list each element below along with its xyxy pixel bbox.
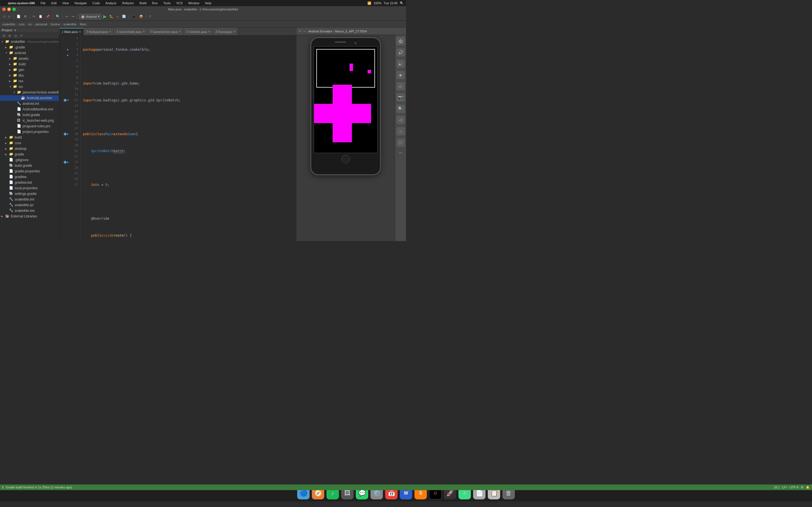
help-btn[interactable]: ? — [148, 13, 152, 20]
emulator-eraser-button[interactable]: ◇ — [397, 82, 405, 90]
fold-arrow-icon[interactable]: ▶ — [67, 52, 69, 58]
menu-analyze[interactable]: Analyze — [104, 1, 117, 5]
emulator-power-button[interactable]: ⏻ — [397, 37, 405, 45]
tree-snakelble-iml[interactable]: 🔧 snakelble.iml — [0, 196, 59, 202]
debug-breakpoint-icon[interactable] — [64, 99, 66, 102]
fold-arrow-icon[interactable]: ▶ — [67, 47, 69, 52]
refresh-btn[interactable]: ↺ — [19, 34, 23, 38]
recent-files-btn[interactable]: 📄 — [15, 13, 22, 20]
menu-build[interactable]: Build — [139, 1, 147, 5]
code-editor[interactable]: ▶ ▶ ▼ — [59, 36, 296, 241]
tree-proguard[interactable]: 📄 proguard-rules.pro — [0, 123, 59, 129]
tree-build2[interactable]: ▶ 📁 build — [0, 135, 59, 140]
sdk-btn[interactable]: 📦 — [138, 13, 144, 20]
tree-res[interactable]: ▶ 📁 res — [0, 78, 59, 84]
emulator-screenshot-button[interactable]: 📷 — [397, 94, 405, 101]
menu-file[interactable]: File — [40, 1, 47, 5]
phone-home-button[interactable] — [342, 155, 350, 163]
tree-androidmanifest[interactable]: 📄 AndroidManifest.xml — [0, 107, 59, 112]
bc-main[interactable]: Main — [80, 22, 87, 26]
tab-main-java[interactable]: J Main.java ✕ — [59, 28, 84, 35]
emulator-zoom-button[interactable]: 🔍 — [397, 105, 405, 113]
tree-gradlew-bat[interactable]: 📄 gradlew.bat — [0, 180, 59, 185]
fold-arrow-icon[interactable]: ▶ — [67, 159, 69, 165]
menu-navigate[interactable]: Navigate — [73, 1, 88, 5]
redo-btn[interactable]: ↪ — [70, 13, 75, 20]
tree-personal[interactable]: ▼ 📁 personal.fondue.snakelble — [0, 90, 59, 95]
bc-src[interactable]: src — [28, 22, 32, 26]
bc-fondue[interactable]: fondue — [50, 22, 60, 26]
app-name[interactable]: qemu-system-i386 — [7, 1, 36, 5]
emulator-more-button[interactable]: ••• — [398, 150, 403, 156]
tab-close-icon[interactable]: ✕ — [79, 30, 81, 34]
tree-build1[interactable]: ▶ 📁 build — [0, 61, 59, 67]
emulator-home-button[interactable]: ○ — [397, 127, 405, 135]
tree-project-props[interactable]: 📄 project.properties — [0, 129, 59, 135]
emulator-volume-up-button[interactable]: 🔊 — [397, 48, 405, 56]
tab-close-icon[interactable]: ✕ — [208, 30, 210, 34]
tree-gradle-props[interactable]: 📄 gradle.properties — [0, 168, 59, 174]
sync-btn[interactable]: 🔄 — [121, 13, 127, 20]
tab-close-icon[interactable]: ✕ — [179, 30, 181, 34]
tree-android[interactable]: ▼ 📁 android — [0, 50, 59, 56]
debug-breakpoint-icon[interactable] — [64, 161, 66, 164]
tree-core[interactable]: ▶ 📁 core — [0, 140, 59, 146]
tree-snakelble-iws[interactable]: 🔧 snakelble.iws — [0, 208, 59, 214]
emulator-volume-down-button[interactable]: 🔉 — [397, 60, 405, 68]
emulator-minimize-icon[interactable]: ─ — [304, 29, 306, 33]
tree-desktop[interactable]: ▶ 📁 desktop — [0, 146, 59, 152]
tree-assets[interactable]: ▶ 📁 assets — [0, 56, 59, 61]
tab-bodypart-java[interactable]: J Bodypart.java ✕ — [84, 28, 114, 35]
fold-arrow-icon[interactable]: ▶ — [67, 131, 69, 137]
back-btn[interactable]: ◁ — [2, 13, 6, 20]
settings-btn[interactable]: ⚙ — [7, 34, 12, 38]
tab-gamescreen-java[interactable]: J GameScreen.java ✕ — [147, 28, 184, 35]
settings-btn[interactable]: ⚙ — [23, 13, 28, 20]
code-content[interactable]: package personal.fondue.snakelble; impor… — [81, 36, 296, 241]
menu-run[interactable]: Run — [151, 1, 159, 5]
menu-window[interactable]: Window — [187, 1, 200, 5]
fold-arrow-icon[interactable]: ▼ — [67, 98, 69, 103]
tree-snakelble-root[interactable]: ▼ 📁 snakelble ~/Documents/git/snakelble — [0, 39, 59, 45]
tree-android-iml[interactable]: 🔧 android.iml — [0, 101, 59, 107]
tree-settings-gradle[interactable]: 🐘 settings.gradle — [0, 191, 59, 196]
stop-btn[interactable]: ■ — [116, 13, 120, 20]
tree-ext-libraries[interactable]: ▶ 📚 External Libraries — [0, 214, 59, 219]
tree-libs[interactable]: ▶ 📁 libs — [0, 73, 59, 78]
bc-snakelble2[interactable]: snakelble — [63, 22, 77, 26]
run-config-dropdown[interactable]: 🤖 Android ▾ — [79, 14, 101, 19]
menu-tools[interactable]: Tools — [162, 1, 172, 5]
paste-btn[interactable]: 📌 — [45, 13, 51, 20]
debug-btn[interactable]: 🐛 — [108, 13, 114, 20]
bc-core[interactable]: core — [18, 22, 24, 26]
menu-code[interactable]: Code — [91, 1, 101, 5]
tree-gradle[interactable]: ▶ 📁 .gradle — [0, 45, 59, 50]
run-button[interactable]: ▶ — [103, 14, 107, 19]
menu-edit[interactable]: Edit — [50, 1, 58, 5]
tab-close-icon[interactable]: ✕ — [109, 30, 111, 34]
scroll-to-btn[interactable]: ◎ — [13, 34, 18, 38]
debug-breakpoint-icon[interactable] — [64, 133, 66, 135]
cut-btn[interactable]: ✂ — [32, 13, 36, 20]
tree-snakelble-ipr[interactable]: 🔧 snakelble.ipr — [0, 202, 59, 208]
emulator-recents-button[interactable]: □ — [397, 138, 405, 147]
tree-src[interactable]: ▼ 📁 src — [0, 84, 59, 90]
tab-food-java[interactable]: J Food.java ✕ — [213, 28, 238, 35]
tree-local-props[interactable]: 📄 local.properties — [0, 185, 59, 191]
avd-btn[interactable]: 📱 — [131, 13, 137, 20]
menu-refactor[interactable]: Refactor — [121, 1, 135, 5]
tree-build-gradle[interactable]: 🐘 build.gradle — [0, 112, 59, 118]
emulator-back-button[interactable]: ◁ — [397, 116, 405, 124]
copy-btn[interactable]: 📋 — [38, 13, 44, 20]
search-icon[interactable]: 🔍 — [400, 1, 404, 5]
menu-view[interactable]: View — [61, 1, 70, 5]
menu-help[interactable]: Help — [204, 1, 213, 5]
close-button[interactable] — [2, 8, 6, 11]
tree-gradlew[interactable]: 📄 gradlew — [0, 174, 59, 180]
tab-close-icon[interactable]: ✕ — [233, 30, 236, 34]
tree-gitignore[interactable]: 📄 .gitignore — [0, 157, 59, 163]
find-btn[interactable]: 🔍 — [55, 13, 61, 20]
tab-close-icon[interactable]: ✕ — [142, 30, 145, 34]
tab-controls-java[interactable]: J Controls.java ✕ — [184, 28, 213, 35]
project-dropdown-icon[interactable]: ▾ — [14, 29, 16, 32]
